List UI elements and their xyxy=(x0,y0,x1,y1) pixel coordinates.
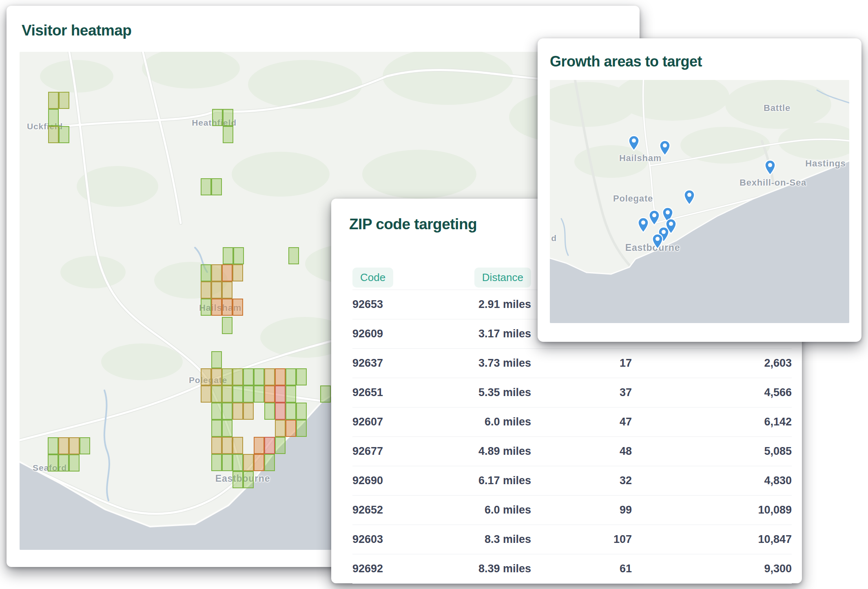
heatmap-cell xyxy=(201,385,211,403)
heatmap-cell xyxy=(286,403,296,420)
heatmap-cell xyxy=(296,368,307,385)
zip-cell: 92692 xyxy=(352,562,453,575)
map-pin-icon[interactable] xyxy=(628,135,640,151)
zip-cell: 32 xyxy=(531,474,632,487)
heatmap-cell xyxy=(296,420,307,437)
zip-cell: 37 xyxy=(531,386,632,399)
heatmap-cell xyxy=(264,403,275,420)
heatmap-cell xyxy=(201,264,211,281)
heatmap-cell xyxy=(211,281,222,299)
zip-cell: 2.91 miles xyxy=(453,298,531,311)
zip-cell: 92653 xyxy=(352,298,453,311)
heatmap-cell xyxy=(59,92,69,109)
heatmap-cell xyxy=(275,385,286,403)
town-label: d xyxy=(551,233,557,243)
zip-cell: 92651 xyxy=(352,386,453,399)
heatmap-cell xyxy=(288,247,299,264)
zip-cell: 2,603 xyxy=(632,357,792,370)
zip-table-row[interactable]: 926373.73 miles172,603 xyxy=(352,348,792,378)
heatmap-cell xyxy=(80,437,90,454)
heatmap-cell xyxy=(48,454,58,472)
zip-cell: 61 xyxy=(531,562,632,575)
town-label: Hastings xyxy=(805,158,846,169)
zip-cell: 4,830 xyxy=(632,474,792,487)
heatmap-cell xyxy=(222,264,232,281)
heatmap-cell xyxy=(48,92,59,109)
heatmap-cell xyxy=(223,247,233,264)
heatmap-cell xyxy=(296,403,307,420)
zip-table-row[interactable]: 926076.0 miles476,142 xyxy=(352,407,792,436)
zip-cell: 6.17 miles xyxy=(453,474,531,487)
heatmap-cell xyxy=(232,403,243,420)
heatmap-cell xyxy=(69,437,80,454)
zip-cell: 48 xyxy=(531,445,632,458)
heatmap-cell xyxy=(320,385,331,403)
zip-cell: 8.3 miles xyxy=(453,533,531,546)
heatmap-cell xyxy=(201,299,211,316)
heatmap-cell xyxy=(211,420,222,437)
heatmap-cell xyxy=(222,299,232,316)
heatmap-cell xyxy=(69,454,80,472)
zip-table-row[interactable]: 926906.17 miles324,830 xyxy=(352,466,792,495)
heatmap-cell xyxy=(58,437,69,454)
heatmap-cell xyxy=(275,420,286,437)
zip-cell: 99 xyxy=(531,504,632,516)
zip-cell: 107 xyxy=(531,533,632,546)
heatmap-cell xyxy=(222,317,232,334)
heatmap-cell xyxy=(48,437,58,454)
heatmap-cell xyxy=(211,368,222,385)
heatmap-cell xyxy=(286,385,296,403)
zip-cell: 4,566 xyxy=(632,386,792,399)
heatmap-cell xyxy=(232,264,243,281)
heatmap-cell xyxy=(264,437,275,454)
zip-cell: 3.73 miles xyxy=(453,357,531,370)
zip-cell: 17 xyxy=(531,357,632,370)
zip-table-row[interactable]: 926774.89 miles485,085 xyxy=(352,436,792,466)
growth-areas-map[interactable]: BattleHastingsBexhill-on-SeaHailshamPole… xyxy=(550,80,849,323)
zip-cell: 10,847 xyxy=(632,533,792,546)
heatmap-cell xyxy=(275,368,286,385)
zip-table-row[interactable]: 926526.0 miles9910,089 xyxy=(352,495,792,525)
heatmap-cell xyxy=(222,454,232,471)
heatmap-cell xyxy=(223,109,233,126)
map-pin-icon[interactable] xyxy=(764,159,776,176)
heatmap-cell xyxy=(232,454,243,471)
heatmap-cell xyxy=(212,109,223,126)
heatmap-cell xyxy=(254,368,264,385)
heatmap-cell xyxy=(211,299,222,316)
heatmap-cell xyxy=(222,437,232,454)
zip-cell: 92607 xyxy=(352,416,453,428)
zip-cell: 47 xyxy=(531,416,632,428)
map-pin-icon[interactable] xyxy=(649,210,660,226)
heatmap-cell xyxy=(254,454,264,471)
growth-basemap-art xyxy=(550,80,849,323)
map-pin-icon[interactable] xyxy=(659,140,671,156)
heatmap-cell xyxy=(243,403,254,420)
distance-column-header[interactable]: Distance xyxy=(474,268,531,288)
map-pin-icon[interactable] xyxy=(684,189,695,206)
zip-table-row[interactable]: 926515.35 miles374,566 xyxy=(352,378,792,407)
growth-areas-card: Growth areas to target xyxy=(538,38,861,342)
zip-cell: 92609 xyxy=(352,328,453,340)
map-pin-icon[interactable] xyxy=(638,217,649,233)
zip-table-row[interactable]: 926038.3 miles10710,847 xyxy=(352,525,792,554)
map-pin-icon[interactable] xyxy=(652,233,663,250)
zip-cell: 10,089 xyxy=(632,504,792,516)
page: { "heatmap_card": { "title": "Visitor he… xyxy=(0,0,868,589)
heatmap-cell xyxy=(222,385,232,403)
heatmap-cell xyxy=(211,385,222,403)
code-column-header[interactable]: Code xyxy=(352,268,393,288)
zip-cell: 3.17 miles xyxy=(453,328,531,340)
heatmap-cell xyxy=(222,420,232,437)
heatmap-cell xyxy=(275,437,286,454)
heatmap-cell xyxy=(286,368,296,385)
heatmap-cell xyxy=(286,420,296,437)
heatmap-cell xyxy=(222,403,232,420)
heatmap-cell xyxy=(243,454,254,471)
heatmap-cell xyxy=(58,454,69,472)
heatmap-cell xyxy=(211,351,222,368)
zip-table-row[interactable]: 926928.39 miles619,300 xyxy=(352,554,792,584)
heatmap-cell xyxy=(211,264,222,281)
zip-cell: 4.89 miles xyxy=(453,445,531,458)
heatmap-cell xyxy=(243,385,254,403)
